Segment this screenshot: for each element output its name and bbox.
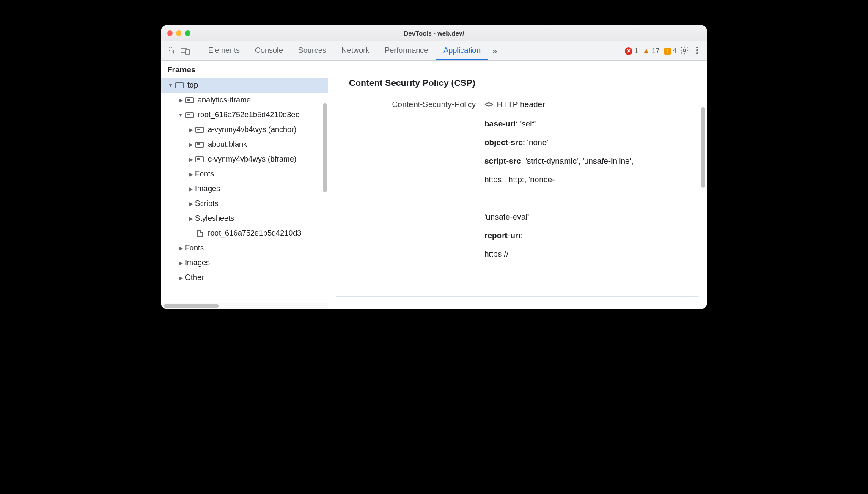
svg-point-5 — [696, 49, 698, 51]
settings-button[interactable] — [676, 46, 692, 57]
titlebar: DevTools - web.dev/ — [161, 25, 707, 41]
csp-header-row: Content-Security-Policy < > HTTP header — [349, 100, 686, 109]
csp-directive-line: https:// — [484, 250, 686, 259]
directive-name: object-src — [484, 138, 523, 147]
csp-directive-line: 'unsafe-eval' — [484, 212, 686, 222]
tab-elements[interactable]: Elements — [201, 41, 247, 60]
frames-tree: topanalytics-iframeroot_616a752e1b5d4210… — [161, 78, 328, 303]
tab-network[interactable]: Network — [334, 41, 377, 60]
content-area: Frames topanalytics-iframeroot_616a752e1… — [161, 61, 707, 309]
tree-row[interactable]: Fonts — [161, 167, 328, 181]
tree-row-label: analytics-iframe — [198, 96, 251, 104]
warnings-counter[interactable]: ▲ 17 — [643, 47, 660, 55]
frame-icon — [175, 82, 184, 89]
device-toolbar-icon[interactable] — [179, 45, 192, 58]
tree-row-label: Scripts — [195, 199, 218, 208]
disclosure-arrow-icon[interactable] — [188, 216, 193, 222]
errors-count: 1 — [634, 47, 638, 55]
disclosure-arrow-icon[interactable] — [188, 201, 193, 207]
tree-row-label: Other — [185, 273, 204, 282]
section-title: Content Security Policy (CSP) — [349, 78, 686, 88]
tree-row-label: top — [187, 81, 198, 90]
directive-value: https:, http:, 'nonce- — [484, 175, 555, 184]
errors-counter[interactable]: ✕ 1 — [625, 47, 638, 55]
issue-icon: ! — [664, 48, 671, 55]
csp-directive-line — [484, 194, 686, 203]
disclosure-arrow-icon[interactable] — [188, 127, 193, 133]
disclosure-arrow-icon[interactable] — [188, 156, 193, 162]
tree-row[interactable]: c-vynmy4vb4wys (bframe) — [161, 152, 328, 167]
iframe-icon — [195, 126, 204, 133]
csp-header-value: < > HTTP header — [484, 100, 686, 109]
sidebar-vscrollbar[interactable] — [323, 103, 327, 192]
frames-sidebar: Frames topanalytics-iframeroot_616a752e1… — [161, 61, 328, 309]
tree-row-label: Stylesheets — [195, 214, 234, 223]
csp-header-source: HTTP header — [497, 100, 545, 109]
inspect-element-icon[interactable] — [166, 45, 179, 58]
sidebar-hscroll-thumb[interactable] — [164, 304, 219, 308]
sidebar-header: Frames — [161, 61, 328, 78]
disclosure-arrow-icon[interactable] — [168, 82, 173, 88]
directive-name: report-uri — [484, 231, 521, 240]
tree-row-label: Fonts — [185, 244, 204, 252]
csp-directives: base-uri: 'self'object-src: 'none'script… — [484, 119, 686, 259]
tree-row[interactable]: Images — [161, 255, 328, 270]
tab-console[interactable]: Console — [247, 41, 291, 60]
csp-header-key: Content-Security-Policy — [349, 100, 476, 109]
directive-value: : 'self' — [516, 119, 536, 128]
csp-directive-line: https:, http:, 'nonce- — [484, 175, 686, 184]
disclosure-arrow-icon[interactable] — [178, 245, 183, 251]
tree-row[interactable]: Fonts — [161, 241, 328, 255]
error-icon: ✕ — [625, 47, 632, 55]
csp-directive-line: base-uri: 'self' — [484, 119, 686, 129]
disclosure-arrow-icon[interactable] — [178, 260, 183, 266]
tab-performance[interactable]: Performance — [377, 41, 436, 60]
toolbar-separator — [196, 46, 196, 56]
disclosure-arrow-icon[interactable] — [188, 186, 193, 192]
tree-row-label: a-vynmy4vb4wys (anchor) — [208, 125, 297, 134]
tree-row[interactable]: Other — [161, 270, 328, 285]
tab-sources[interactable]: Sources — [291, 41, 334, 60]
warnings-count: 17 — [652, 47, 660, 55]
tree-row[interactable]: Scripts — [161, 196, 328, 211]
disclosure-arrow-icon[interactable] — [188, 171, 193, 177]
directive-value: 'unsafe-eval' — [484, 212, 529, 221]
main-vscrollbar[interactable] — [701, 107, 705, 188]
tree-row-label: Images — [185, 258, 210, 267]
tree-row[interactable]: top — [161, 78, 328, 93]
tree-row[interactable]: analytics-iframe — [161, 93, 328, 107]
tab-application[interactable]: Application — [436, 41, 488, 60]
tree-row[interactable]: Stylesheets — [161, 211, 328, 226]
tree-row-label: c-vynmy4vb4wys (bframe) — [208, 155, 297, 164]
tree-row[interactable]: root_616a752e1b5d4210d3 — [161, 226, 328, 241]
devtools-window: DevTools - web.dev/ Elements Console Sou… — [161, 25, 707, 309]
csp-section: Content Security Policy (CSP) Content-Se… — [336, 69, 699, 297]
tree-row[interactable]: root_616a752e1b5d4210d3ec — [161, 107, 328, 122]
tree-row-label: root_616a752e1b5d4210d3ec — [198, 110, 299, 119]
svg-point-4 — [696, 47, 698, 48]
issues-count: 4 — [673, 47, 676, 55]
iframe-icon — [195, 141, 204, 148]
more-tabs-button[interactable]: » — [488, 46, 501, 56]
csp-directive-line: report-uri: — [484, 231, 686, 240]
iframe-icon — [185, 112, 194, 118]
disclosure-arrow-icon[interactable] — [178, 97, 183, 103]
document-icon — [195, 230, 204, 237]
tree-row[interactable]: about:blank — [161, 137, 328, 152]
directive-value: : 'none' — [523, 138, 548, 147]
issues-counter[interactable]: ! 4 — [664, 47, 676, 55]
disclosure-arrow-icon[interactable] — [188, 142, 193, 148]
more-options-button[interactable] — [692, 46, 702, 56]
svg-rect-2 — [186, 49, 189, 55]
window-title: DevTools - web.dev/ — [161, 30, 707, 37]
tree-row-label: about:blank — [208, 140, 247, 149]
tree-row[interactable]: a-vynmy4vb4wys (anchor) — [161, 122, 328, 137]
directive-name: base-uri — [484, 119, 516, 128]
disclosure-arrow-icon[interactable] — [178, 112, 183, 118]
csp-directive-line: object-src: 'none' — [484, 138, 686, 147]
disclosure-arrow-icon[interactable] — [178, 275, 183, 281]
sidebar-hscroll-track[interactable] — [161, 303, 328, 309]
tree-row[interactable]: Images — [161, 181, 328, 196]
panel-tabs: Elements Console Sources Network Perform… — [201, 41, 488, 60]
svg-point-6 — [696, 52, 698, 54]
